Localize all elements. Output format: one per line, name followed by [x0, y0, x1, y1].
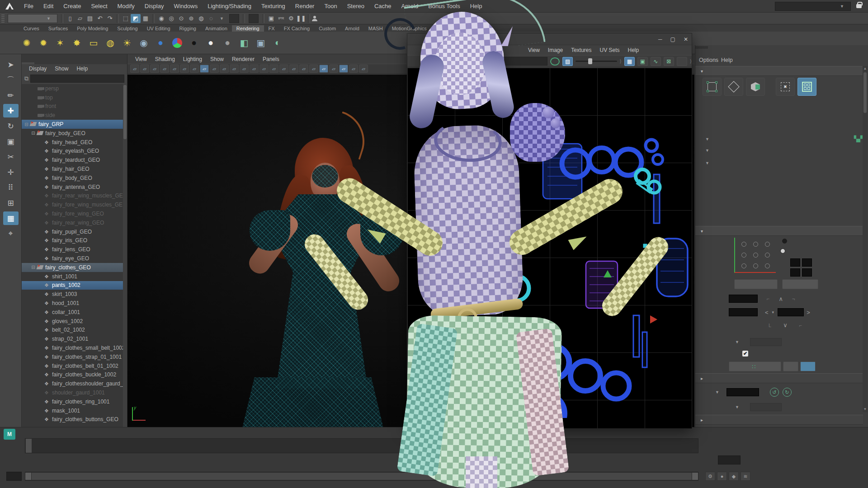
move-right-button[interactable]: > [807, 309, 810, 316]
outliner-item-persp[interactable]: persp [22, 84, 127, 93]
grease-pencil-icon[interactable]: ▱ [190, 65, 199, 73]
workspace-lock-icon[interactable] [856, 4, 862, 8]
symmetry-icon[interactable]: ▚▞ [854, 136, 862, 142]
outliner-item-belt-02-1002[interactable]: ❖belt_02_1002 [22, 326, 127, 335]
menu-bonus-tools[interactable]: Bonus Tools [423, 0, 465, 13]
outliner-menu-display[interactable]: Display [25, 66, 50, 72]
outliner-item-fairy-iris-geo[interactable]: ❖fairy_iris_GEO [22, 236, 127, 245]
camera-attributes-icon[interactable]: ▱ [150, 65, 159, 73]
shelf-tab-rendering[interactable]: Rendering [232, 25, 264, 32]
multi-component-tool[interactable]: ⊞ [3, 196, 19, 210]
textured-icon[interactable]: ▱ [289, 65, 298, 73]
playback-speed-icon[interactable]: ≋ [741, 472, 750, 481]
rotate-step-snap-row[interactable]: ▼ [731, 403, 782, 411]
shading-sphere-gray-icon[interactable]: ● [220, 35, 235, 51]
toolkit-scrollbar[interactable]: ▲▼ [863, 66, 868, 412]
shelf-tab-poly-modeling[interactable]: Poly Modeling [72, 25, 113, 32]
open-scene-icon[interactable]: ▱ [75, 14, 85, 23]
outliner-item-mask-1001[interactable]: ❖mask_1001 [22, 406, 127, 415]
menu-render[interactable]: Render [290, 0, 320, 13]
outliner-item-fairy-head-geo[interactable]: ❖fairy_head_GEO [22, 138, 127, 147]
motion-blur-icon[interactable]: ▱ [329, 65, 338, 73]
volume-light-icon[interactable]: ◍ [103, 35, 118, 51]
menu-windows[interactable]: Windows [169, 0, 203, 13]
uv-canvas[interactable] [407, 68, 692, 428]
rotate-field[interactable] [726, 388, 759, 396]
outliner-item-fairy-clothes-ring-1001[interactable]: ❖fairy_clothes_ring_1001 [22, 397, 127, 406]
directional-light-icon[interactable]: ✹ [36, 35, 51, 51]
move-up-button[interactable]: ∧ [778, 296, 783, 302]
display-image-icon[interactable]: ▨ [562, 57, 573, 66]
light-editor-icon[interactable]: ☀ [119, 35, 135, 51]
auto-key-icon[interactable]: ● [717, 472, 727, 481]
shading-sphere-rgb-icon[interactable] [170, 35, 185, 51]
snap-projected-center-icon[interactable]: ⊚ [186, 14, 196, 23]
isolate-select-icon[interactable]: ▱ [349, 65, 358, 73]
menu-display[interactable]: Display [140, 0, 169, 13]
outliner-menu-help[interactable]: Help [73, 66, 91, 72]
uv-point-select-icon[interactable] [703, 78, 722, 96]
image-dim-slider[interactable] [576, 61, 617, 62]
snap-together-icon[interactable]: ▱ [130, 65, 139, 73]
new-scene-icon[interactable]: ▯ [65, 14, 75, 23]
viewport-menu-view[interactable]: View [131, 56, 151, 62]
move-step-snap-row[interactable]: ▼ [731, 338, 782, 346]
viewport-menu-panels[interactable]: Panels [259, 56, 283, 62]
outliner-item-fairy-pupil-geo[interactable]: ❖fairy_pupil_GEO [22, 227, 127, 236]
expander-icon[interactable]: ⊟ [24, 122, 29, 127]
safe-action-icon[interactable]: ▱ [250, 65, 259, 73]
select-hierarchy-icon[interactable]: ⬚ [121, 14, 131, 23]
undo-icon[interactable]: ↶ [95, 14, 105, 23]
animation-prefs-icon[interactable]: ⚙ [705, 472, 715, 481]
expander-icon[interactable]: ⊟ [30, 265, 36, 270]
menu-lighting-shading[interactable]: Lighting/Shading [203, 0, 256, 13]
rotate-ccw-icon[interactable]: ↺ [770, 388, 779, 397]
outliner-item-fairy-clothes-strap-01-1001[interactable]: ❖fairy_clothes_strap_01_1001 [22, 352, 127, 361]
layout-pair-tool[interactable]: ⠿ [3, 181, 19, 194]
outliner-item-front[interactable]: front [22, 102, 127, 111]
viewport-menu-lighting[interactable]: Lighting [179, 56, 206, 62]
snap-grid-icon[interactable]: ◉ [156, 14, 166, 23]
pivot-uv-area-radio[interactable] [780, 249, 790, 253]
edge-select-icon[interactable] [724, 78, 743, 96]
move-down-button[interactable]: ∨ [783, 322, 788, 328]
outliner-item-fairy-body-geo[interactable]: ❖fairy_body_GEO [22, 174, 127, 183]
uv-menu-help[interactable]: Help [624, 47, 643, 53]
bookmark-icon[interactable]: ▱ [160, 65, 169, 73]
outliner-item-gloves-1002[interactable]: ❖gloves_1002 [22, 317, 127, 326]
outliner-item-side[interactable]: side [22, 111, 127, 120]
uv-select-icon[interactable]: ✖ [776, 78, 795, 96]
outliner-item-fairy-clothes-buckle-1002[interactable]: ❖fairy_clothes_buckle_1002 [22, 371, 127, 380]
ipr-render-icon[interactable]: IPR [276, 14, 286, 23]
menu-create[interactable]: Create [58, 0, 86, 13]
outliner-item-fairy-clothes-geo[interactable]: ⊟fairy_clothes_GEO [22, 263, 127, 272]
rotate-tool[interactable]: ↻ [3, 119, 19, 133]
expander-icon[interactable]: ⊟ [30, 131, 36, 136]
rotate-cw-icon[interactable]: ↻ [783, 388, 792, 397]
outliner-item-fairy-clothes-buttons-geo[interactable]: ❖fairy_clothes_buttons_GEO [22, 415, 127, 424]
current-frame-field[interactable] [718, 455, 741, 465]
pause-viewport-icon[interactable]: ❚❚ [296, 14, 306, 23]
outliner-item-fairy-clothesshoulder-gaurd[interactable]: ❖fairy_clothesshoulder_gaurd_ [22, 379, 127, 388]
shading-sphere-white-icon[interactable]: ● [203, 35, 218, 51]
toolkit-menu-options[interactable]: Options [699, 57, 718, 63]
uv-editor-titlebar[interactable]: ─ ▢ ✕ [407, 33, 692, 45]
move-u-field[interactable] [729, 295, 758, 303]
symmetry-field[interactable] [249, 14, 259, 23]
outliner-item-hood-1001[interactable]: ❖hood_1001 [22, 299, 127, 308]
move-step-field[interactable] [778, 308, 804, 316]
lock-camera-icon[interactable]: ▱ [140, 65, 149, 73]
outliner-item-pants-1002[interactable]: ❖pants_1002 [22, 281, 127, 290]
zoom-tool[interactable]: ⌖ [3, 227, 19, 240]
section-tools[interactable]: ▸ [695, 373, 863, 383]
scale-tool[interactable]: ▣ [3, 135, 19, 148]
shadows-icon[interactable]: ▱ [309, 65, 318, 73]
menu-select[interactable]: Select [86, 0, 112, 13]
menu-stereo[interactable]: Stereo [342, 0, 369, 13]
menu-help[interactable]: Help [465, 0, 487, 13]
shelf-tab-arnold[interactable]: Arnold [340, 25, 364, 32]
symmetry-row[interactable]: ▼ ▚▞ [702, 136, 862, 142]
shelf-tab-fx-caching[interactable]: FX Caching [279, 25, 314, 32]
pivot-u-max-field[interactable] [802, 258, 812, 267]
menu-modify[interactable]: Modify [113, 0, 140, 13]
